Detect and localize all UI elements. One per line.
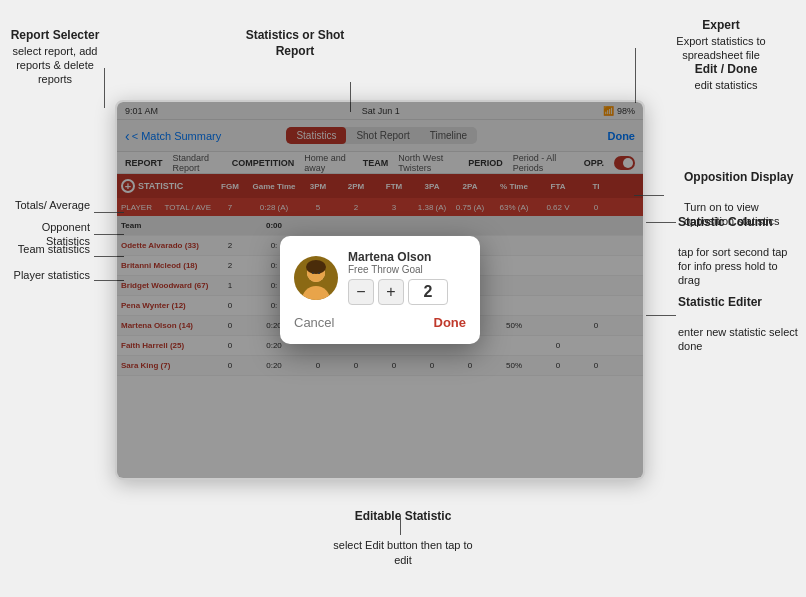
svg-point-0: [302, 286, 330, 300]
connector-line-3: [635, 48, 636, 78]
annotation-team: Team statistics: [10, 242, 90, 256]
connector-line-1: [104, 68, 105, 108]
ipad-frame: 9:01 AM Sat Jun 1 📶 98% ‹ < Match Summar…: [115, 100, 645, 480]
annotation-expert: Expert Export statistics to spreadsheet …: [666, 18, 776, 62]
annotation-editable-stat: Editable Statistic select Edit button th…: [333, 509, 473, 567]
annotation-statistics-shot: Statistics or Shot Report: [240, 28, 350, 59]
connector-line-stat-col: [646, 222, 676, 223]
modal-stat-label: Free Throw Goal: [348, 264, 466, 275]
annotation-edit-done: Edit / Done edit statistics: [676, 62, 776, 92]
avatar: [294, 256, 338, 300]
modal-box: Martena Olson Free Throw Goal − + 2 Canc…: [280, 236, 480, 344]
annotation-totals: Totals/ Average: [10, 198, 90, 212]
modal-top: Martena Olson Free Throw Goal − + 2: [294, 250, 466, 305]
stepper-row: − + 2: [348, 279, 466, 305]
annotation-stat-editer: Statistic Editer enter new statistic sel…: [678, 295, 798, 353]
modal-overlay: Martena Olson Free Throw Goal − + 2 Canc…: [117, 102, 643, 478]
annotation-report-selector: Report Selecter select report, add repor…: [10, 28, 100, 86]
svg-point-4: [312, 272, 314, 274]
svg-point-3: [306, 260, 326, 274]
svg-point-5: [318, 272, 320, 274]
modal-cancel-button[interactable]: Cancel: [294, 315, 334, 330]
modal-done-button[interactable]: Done: [434, 315, 467, 330]
connector-line-stat-ed: [646, 315, 676, 316]
annotation-stat-column: Statistic Column tap for sort second tap…: [678, 215, 798, 288]
increment-button[interactable]: +: [378, 279, 404, 305]
stepper-value: 2: [408, 279, 448, 305]
modal-actions: Cancel Done: [294, 315, 466, 330]
annotation-player: Player statistics: [10, 268, 90, 282]
modal-info: Martena Olson Free Throw Goal − + 2: [348, 250, 466, 305]
decrement-button[interactable]: −: [348, 279, 374, 305]
modal-player-name: Martena Olson: [348, 250, 466, 264]
